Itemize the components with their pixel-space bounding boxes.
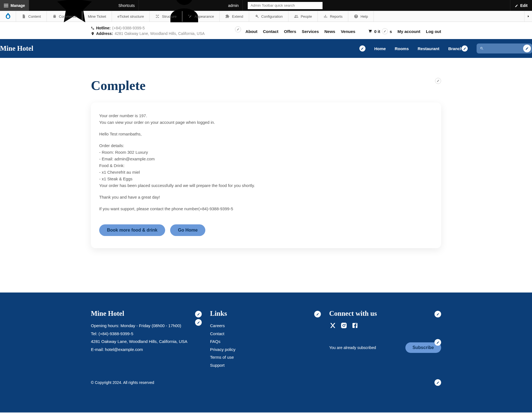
cart-link[interactable]: 0 it s bbox=[367, 28, 392, 34]
admin-menu-label: Extend bbox=[232, 14, 243, 19]
cart-count-a: 0 it bbox=[374, 29, 380, 34]
admin-menu-content[interactable]: Content bbox=[16, 11, 47, 22]
nav-edit-circle[interactable] bbox=[462, 45, 468, 52]
admin-search-wrap bbox=[243, 2, 323, 9]
admin-user-label: admin bbox=[228, 3, 239, 8]
admin-menu-orientation-toggle[interactable] bbox=[524, 11, 532, 22]
footer-link-careers[interactable]: Careers bbox=[210, 322, 329, 330]
admin-menu-structure[interactable]: Structure bbox=[150, 11, 182, 22]
admin-menu-label: Appearance bbox=[195, 14, 214, 19]
edit-region-button[interactable] bbox=[314, 311, 321, 317]
footer-col-links: Links Careers Contact FAQs Privacy polic… bbox=[210, 310, 329, 369]
reports-icon bbox=[323, 14, 328, 19]
shop-icon bbox=[52, 14, 57, 19]
toolbar-edit-button[interactable]: Edit bbox=[510, 0, 532, 11]
admin-menu-extend[interactable]: Extend bbox=[220, 11, 249, 22]
site-top-nav: About Contact Offers Services News Venue… bbox=[245, 28, 441, 34]
footer-links-heading: Links bbox=[210, 310, 329, 317]
book-more-button[interactable]: Book more food & drink bbox=[99, 224, 165, 236]
admin-menu-people[interactable]: People bbox=[288, 11, 318, 22]
edit-region-button[interactable] bbox=[195, 319, 202, 326]
footer-connect-heading: Connect with us bbox=[329, 310, 441, 317]
admin-menu: Content Commerce Mine Ticket eTicket str… bbox=[0, 11, 532, 22]
already-subscribed-text: You are already subscribed bbox=[329, 345, 376, 350]
footer-link-terms[interactable]: Terms of use bbox=[210, 353, 329, 361]
nav-services[interactable]: Services bbox=[302, 29, 319, 34]
page-title: Complete bbox=[91, 78, 441, 93]
support-text: If you want support, please contact the … bbox=[99, 206, 433, 212]
nav-venues[interactable]: Venues bbox=[341, 29, 355, 34]
go-home-button[interactable]: Go Home bbox=[170, 224, 205, 236]
admin-menu-reports[interactable]: Reports bbox=[318, 11, 349, 22]
footer-link-contact[interactable]: Contact bbox=[210, 330, 329, 338]
nav-news[interactable]: News bbox=[324, 29, 335, 34]
main-content: Complete Your order number is 197. You c… bbox=[91, 58, 441, 281]
site-footer: Mine Hotel Opening hours: Monday - Frida… bbox=[0, 293, 532, 412]
edit-region-button[interactable] bbox=[435, 78, 441, 84]
footer-col-connect: Connect with us You are already subscrib… bbox=[329, 310, 441, 369]
food-item: - x1 Steak & Eggs bbox=[99, 176, 433, 182]
admin-user-button[interactable]: admin bbox=[139, 0, 243, 11]
help-icon bbox=[354, 14, 358, 19]
admin-menu-items: Content Commerce Mine Ticket eTicket str… bbox=[16, 11, 374, 22]
social-instagram-icon[interactable] bbox=[340, 322, 347, 329]
admin-menu-label: Configuration bbox=[261, 14, 283, 19]
manage-button[interactable]: Manage bbox=[0, 0, 29, 11]
footer-copyright-row: © Copyright 2024. All rights reserved bbox=[91, 380, 441, 385]
primary-nav: Home Rooms Restaurant Branches bbox=[359, 43, 532, 53]
edit-region-button[interactable] bbox=[382, 28, 388, 34]
menu-icon bbox=[4, 4, 8, 7]
admin-quick-search-input[interactable] bbox=[248, 2, 323, 9]
hotline-label: Hotline: bbox=[96, 26, 111, 30]
shortcuts-button[interactable]: Shortcuts bbox=[29, 0, 139, 11]
order-view-text: You can view your order on your account … bbox=[99, 119, 433, 126]
subscribe-row: You are already subscribed Subscribe bbox=[329, 342, 441, 353]
social-x-icon[interactable] bbox=[329, 322, 336, 329]
nav-log-out[interactable]: Log out bbox=[426, 29, 441, 34]
footer-address: 4281 Oakway Lane, Woodland Hills, Califo… bbox=[91, 338, 210, 346]
nav-contact[interactable]: Contact bbox=[263, 29, 278, 34]
address-value: 4281 Oakway Lane, Woodland Hills, Califo… bbox=[115, 31, 205, 36]
footer-link-faqs[interactable]: FAQs bbox=[210, 338, 329, 346]
order-actions: Book more food & drink Go Home bbox=[99, 224, 433, 236]
puzzle-icon bbox=[225, 14, 230, 19]
admin-menu-help[interactable]: Help bbox=[348, 11, 374, 22]
nav-my-account[interactable]: My account bbox=[398, 29, 421, 34]
order-hello-text: Hello Test romanbaths, bbox=[99, 131, 433, 137]
footer-tel: Tel: (+84)-9388-9399-5 bbox=[91, 330, 210, 338]
admin-menu-appearance[interactable]: Appearance bbox=[182, 11, 220, 22]
nav-offers[interactable]: Offers bbox=[284, 29, 296, 34]
edit-region-button[interactable] bbox=[434, 379, 441, 386]
admin-menu-mine-ticket[interactable]: Mine Ticket bbox=[82, 11, 112, 22]
edit-region-button[interactable] bbox=[434, 339, 441, 346]
cart-icon bbox=[367, 29, 372, 34]
site-contact-info: Hotline: (+84)-9388-9399-5 Address: 4281… bbox=[91, 26, 205, 37]
nav-edit-circle[interactable] bbox=[359, 45, 365, 52]
edit-region-button[interactable] bbox=[235, 26, 241, 32]
social-facebook-icon[interactable] bbox=[351, 322, 359, 329]
nav-restaurant[interactable]: Restaurant bbox=[418, 46, 439, 51]
footer-link-support[interactable]: Support bbox=[210, 361, 329, 370]
site-search-submit[interactable] bbox=[523, 45, 531, 52]
admin-menu-label: Reports bbox=[330, 14, 343, 19]
site-header: Hotline: (+84)-9388-9399-5 Address: 4281… bbox=[91, 22, 441, 39]
nav-home[interactable]: Home bbox=[374, 46, 386, 51]
site-brand[interactable]: Mine Hotel bbox=[0, 45, 33, 52]
edit-region-button[interactable] bbox=[195, 311, 202, 317]
admin-menu-commerce[interactable]: Commerce bbox=[47, 11, 83, 22]
nav-about[interactable]: About bbox=[245, 29, 257, 34]
footer-link-privacy[interactable]: Privacy policy bbox=[210, 346, 329, 354]
drupal-logo[interactable] bbox=[0, 11, 16, 22]
admin-menu-eticket-structure[interactable]: eTicket structure bbox=[112, 11, 150, 22]
nav-rooms[interactable]: Rooms bbox=[395, 46, 409, 51]
admin-menu-configuration[interactable]: Configuration bbox=[249, 11, 288, 22]
nav-branches[interactable]: Branches bbox=[448, 45, 468, 52]
site-search bbox=[477, 43, 532, 53]
food-heading: Food & Drink: bbox=[99, 162, 433, 169]
order-number-text: Your order number is 197. bbox=[99, 112, 433, 119]
order-room: - Room: Room 302 Luxury bbox=[99, 149, 433, 156]
footer-socials bbox=[329, 322, 441, 329]
site-search-input[interactable] bbox=[486, 43, 519, 53]
phone-icon bbox=[91, 26, 94, 30]
edit-region-button[interactable] bbox=[434, 311, 441, 317]
